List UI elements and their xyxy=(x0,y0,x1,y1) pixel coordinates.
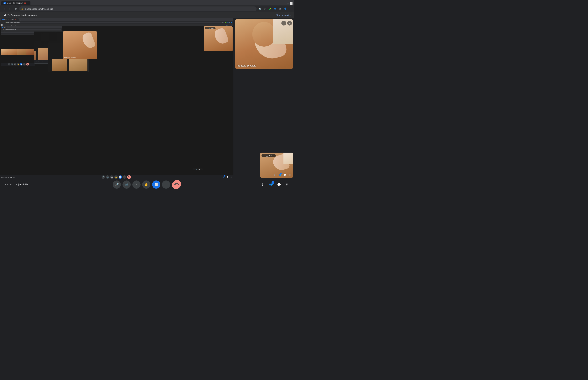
francois-tile-large-main: 📹 You ⤢ xyxy=(204,26,233,51)
you-badge: You ⤢ xyxy=(262,154,276,157)
cast-icon[interactable]: 📡 xyxy=(258,7,262,11)
tab-recording-indicator xyxy=(24,2,26,4)
you-tile: You ⤢ ℹ 👥 3 💬 ⚙ xyxy=(260,152,293,178)
end-call-btn[interactable]: 📞 xyxy=(170,178,183,190)
right-sidebar: François Beaufort ⋯ ⤢ You xyxy=(233,18,294,179)
forward-btn[interactable]: › xyxy=(7,6,12,11)
you-activities-btn[interactable]: ⚙ xyxy=(288,173,292,177)
meeting-info: 11:22 AM | tnj-esni-ikb xyxy=(3,183,28,186)
toolbar-right-btns: ℹ 👥 3 💬 ⚙ xyxy=(259,181,291,188)
you-chat-btn[interactable]: 💬 xyxy=(283,173,287,177)
presenting-banner: You're presenting to everyone Stop prese… xyxy=(0,12,294,18)
maximize-icon[interactable]: ⬜ xyxy=(290,2,293,5)
meeting-id: tnj-esni-ikb xyxy=(16,183,28,186)
shared-screen-area: Meet - tnj-esni-ikb ✕ + ‹ › ↻ 🔒 meet.goo… xyxy=(0,18,233,179)
minimize-icon[interactable]: — xyxy=(287,2,289,5)
you-people-btn[interactable]: 👥 3 xyxy=(278,173,282,177)
extensions-icon[interactable]: 🧩 xyxy=(268,7,272,11)
you-badge-inner: 📹 You ⤢ xyxy=(205,27,216,29)
francois-large-tile: François Beaufort ⋯ ⤢ xyxy=(235,19,293,69)
mic-btn[interactable]: 🎤 xyxy=(113,180,121,189)
tab-close-btn[interactable]: ✕ xyxy=(27,2,28,4)
present-screen-btn[interactable]: ⬜ xyxy=(152,180,160,189)
profiles-icon[interactable]: 👤 xyxy=(273,7,277,11)
separator: | xyxy=(15,183,15,186)
account-icon[interactable]: 👤 xyxy=(283,7,287,11)
francois-name-main: François Beaufort xyxy=(237,64,256,67)
camera-btn[interactable]: 📹 xyxy=(122,180,131,189)
people-badge: 3 xyxy=(271,181,274,184)
browser-nav-bar: ‹ › ↻ 🔒 meet.google.com/tnj-esni-ikb 📡 ☆… xyxy=(0,5,294,12)
recursive-main-content: Meet ✕ ‹ › ↻ meet.google.com/tnj-esni-ik… xyxy=(0,26,233,175)
francois-tile-expand[interactable]: ⤢ xyxy=(287,21,292,25)
more-options-btn[interactable]: ⋮ xyxy=(162,180,170,189)
you-label-inner: You xyxy=(210,27,213,29)
app-container: M Meet - tnj-esni-ikb ✕ + — ⬜ ‹ › ↻ 🔒 me… xyxy=(0,0,294,190)
time-display: 11:22 AM xyxy=(3,183,13,186)
tab-title: Meet - tnj-esni-ikb xyxy=(7,2,23,4)
tab-favicon: M xyxy=(3,2,6,4)
inner-stop-btn[interactable]: Stop presenting xyxy=(225,24,232,25)
presenting-text: You're presenting to everyone xyxy=(7,14,37,16)
you-label: You xyxy=(269,154,272,157)
captions-btn[interactable]: CC xyxy=(132,180,141,189)
you-info-btn[interactable]: ℹ xyxy=(273,173,277,177)
url-text: meet.google.com/tnj-esni-ikb xyxy=(25,8,53,10)
split-view-icon[interactable]: ⧉ xyxy=(278,7,282,11)
present-icon xyxy=(3,14,6,16)
recursive-bottom-bar: 11:22 AM | tnj-esni-ikb 🎤 📹 CC ✋ ⬜ ⋮ 📞 ℹ… xyxy=(0,175,233,179)
back-btn[interactable]: ‹ xyxy=(2,6,6,11)
people-btn[interactable]: 👥 3 xyxy=(267,181,274,188)
recursive-presenting-banner: You're presenting to everyone Stop prese… xyxy=(0,24,233,26)
info-btn[interactable]: ℹ xyxy=(259,181,266,188)
refresh-btn[interactable]: ↻ xyxy=(13,6,18,11)
recursive-browser-chrome: Meet - tnj-esni-ikb ✕ + xyxy=(0,18,233,21)
cascade-name-label: François Beaufort xyxy=(64,57,76,58)
lock-icon: 🔒 xyxy=(21,8,24,10)
chat-btn[interactable]: 💬 xyxy=(276,181,283,188)
browser-tab-bar: M Meet - tnj-esni-ikb ✕ + — ⬜ xyxy=(0,0,294,5)
bottom-toolbar: 11:22 AM | tnj-esni-ikb 🎤 📹 CC ✋ ⬜ ⋮ 📞 ℹ… xyxy=(0,179,294,190)
francois-cascade-med: François Beaufort xyxy=(63,31,97,59)
more-options-icon[interactable]: ⋮ xyxy=(288,7,292,11)
raise-hand-btn[interactable]: ✋ xyxy=(142,180,151,189)
inner-presenting-text: You're presenting to everyone xyxy=(4,24,17,25)
bookmark-icon[interactable]: ☆ xyxy=(263,7,267,11)
stop-presenting-btn[interactable]: Stop presenting xyxy=(276,14,291,16)
activities-btn[interactable]: ⚙ xyxy=(284,181,291,188)
active-tab[interactable]: M Meet - tnj-esni-ikb ✕ xyxy=(1,1,30,5)
address-bar[interactable]: 🔒 meet.google.com/tnj-esni-ikb xyxy=(19,6,257,11)
new-tab-btn[interactable]: + xyxy=(31,1,35,5)
expand-you-icon[interactable]: ⤢ xyxy=(273,155,274,157)
recursive-nav-bar: ‹ › ↻ 🔒 meet.google.com/tnj-esni-ikb ⊡ ☆… xyxy=(0,21,233,24)
francois-tile-menu[interactable]: ⋯ xyxy=(281,21,286,25)
